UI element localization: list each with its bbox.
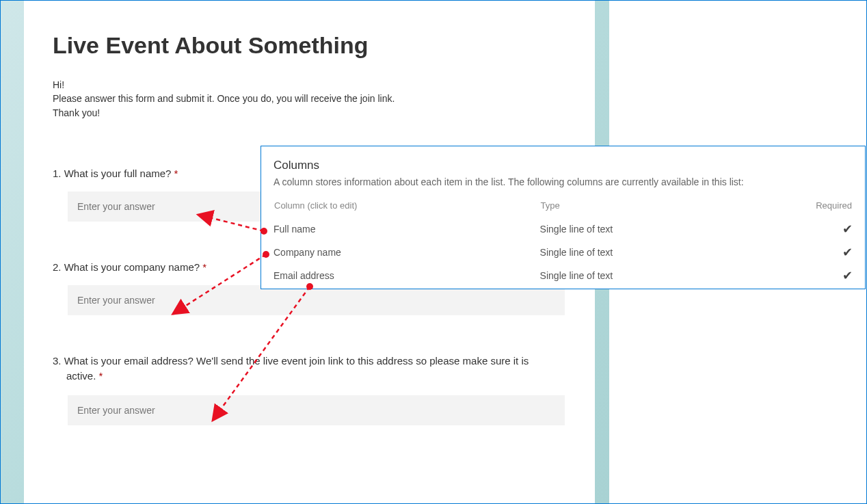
form-title: Live Event About Something — [53, 32, 566, 59]
col-type-fullname: Single line of text — [540, 217, 795, 241]
check-icon: ✔ — [842, 269, 853, 282]
columns-header-name: Column (click to edit) — [274, 200, 540, 217]
answer-input-3[interactable] — [68, 395, 565, 425]
col-name-email: Email address — [274, 264, 540, 287]
answer-input-2[interactable] — [68, 285, 565, 315]
columns-panel-title: Columns — [274, 159, 853, 172]
col-type-company: Single line of text — [540, 241, 795, 264]
intro-line-3: Thank you! — [53, 107, 100, 118]
viewport: Live Event About Something Hi! Please an… — [0, 0, 867, 504]
question-2-number: 2. — [53, 261, 62, 273]
required-marker: * — [202, 261, 206, 273]
col-type-email: Single line of text — [540, 264, 795, 287]
columns-header-type: Type — [540, 200, 795, 217]
col-name-fullname: Full name — [274, 217, 540, 241]
form-intro: Hi! Please answer this form and submit i… — [53, 78, 566, 120]
columns-header-required: Required — [795, 200, 853, 217]
question-3-number: 3. — [53, 355, 62, 367]
question-2-text: What is your company name? — [64, 261, 200, 273]
question-1-number: 1. — [53, 168, 62, 179]
columns-row-fullname[interactable]: Full name Single line of text ✔ — [274, 217, 853, 241]
check-icon: ✔ — [842, 222, 853, 236]
question-3-text: What is your email address? We'll send t… — [64, 355, 529, 382]
columns-row-company[interactable]: Company name Single line of text ✔ — [274, 241, 853, 264]
intro-line-2: Please answer this form and submit it. O… — [53, 93, 395, 104]
check-icon: ✔ — [842, 246, 853, 259]
question-3-label: 3. What is your email address? We'll sen… — [53, 354, 566, 384]
required-marker: * — [174, 168, 178, 179]
columns-panel: Columns A column stores information abou… — [261, 146, 866, 289]
columns-panel-desc: A column stores information about each i… — [274, 176, 853, 187]
question-1-text: What is your full name? — [64, 168, 172, 179]
intro-line-1: Hi! — [53, 79, 64, 90]
columns-table: Column (click to edit) Type Required Ful… — [274, 200, 853, 287]
required-marker: * — [99, 370, 103, 382]
col-name-company: Company name — [274, 241, 540, 264]
columns-row-email[interactable]: Email address Single line of text ✔ — [274, 264, 853, 287]
question-3: 3. What is your email address? We'll sen… — [53, 354, 566, 426]
